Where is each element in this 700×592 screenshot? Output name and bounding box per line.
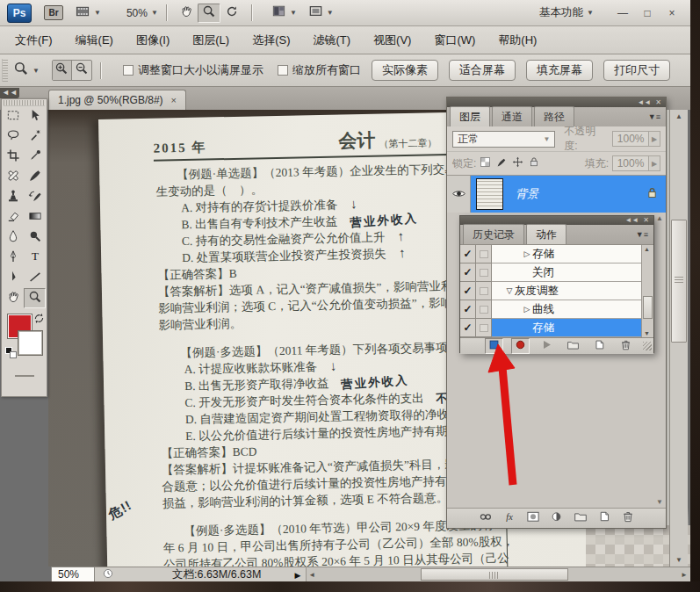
close-button[interactable]: ×: [666, 7, 678, 19]
layer-thumbnail[interactable]: [476, 178, 503, 210]
action-dialog-toggle[interactable]: [476, 300, 492, 319]
close-panel-icon[interactable]: ✕: [655, 98, 661, 107]
lock-position-icon[interactable]: [512, 155, 523, 171]
layers-tab[interactable]: 图层: [450, 106, 490, 128]
zoom-tool-button[interactable]: [198, 4, 220, 23]
new-folder-button[interactable]: [564, 338, 582, 354]
default-colors-icon[interactable]: [5, 347, 17, 358]
layers-tab[interactable]: 通道: [492, 106, 532, 128]
horizontal-scrollbar[interactable]: ◄ ►: [306, 567, 690, 582]
options-grip[interactable]: [2, 59, 8, 82]
actions-tab[interactable]: 动作: [526, 224, 566, 246]
new-action-button[interactable]: [590, 338, 609, 354]
tool-hand[interactable]: [2, 288, 24, 308]
tool-rectangular-marquee[interactable]: [2, 106, 24, 126]
resize-grip[interactable]: [643, 342, 652, 350]
rotate-view-button[interactable]: [220, 4, 243, 23]
status-expand-icon[interactable]: ▶: [294, 571, 300, 580]
menu-w[interactable]: 窗口(W): [422, 27, 487, 54]
panel-menu-icon[interactable]: ▼≡: [636, 230, 648, 239]
blend-mode-select[interactable]: 正常 ▼: [452, 131, 555, 148]
tool-history-brush[interactable]: [24, 187, 46, 207]
action-row[interactable]: ✓▷曲线: [460, 300, 641, 319]
collapse-panel-icon[interactable]: ◄◄: [624, 216, 639, 225]
tool-spot-healing-brush[interactable]: [2, 167, 24, 187]
tool-move[interactable]: [24, 106, 46, 126]
tool-blur[interactable]: [2, 227, 24, 248]
zoom-all-windows-checkbox[interactable]: 缩放所有窗口: [278, 62, 361, 78]
action-dialog-toggle[interactable]: [476, 264, 492, 282]
menu-l[interactable]: 图层(L): [181, 27, 241, 54]
scroll-up-icon[interactable]: ▲: [644, 246, 650, 252]
action-enabled-checkbox[interactable]: ✓: [460, 264, 476, 282]
options-button-0[interactable]: 实际像素: [372, 60, 438, 81]
tool-eraser[interactable]: [2, 207, 24, 227]
scroll-up-icon[interactable]: ▲: [670, 110, 688, 123]
screen-mode-button[interactable]: ▼: [308, 4, 334, 21]
action-item[interactable]: 存储: [492, 319, 641, 337]
action-dialog-toggle[interactable]: [476, 282, 492, 300]
tool-lasso[interactable]: [2, 126, 24, 147]
action-item[interactable]: ▷曲线: [492, 300, 641, 319]
zoom-level-dropdown[interactable]: 50% ▼: [112, 7, 158, 19]
collapse-panels-button[interactable]: ◄◄: [0, 88, 19, 98]
scrollbar-thumb[interactable]: [643, 296, 653, 319]
action-row[interactable]: ✓关闭: [460, 264, 641, 282]
tool-brush[interactable]: [24, 167, 46, 187]
action-item[interactable]: ▷存储: [492, 245, 641, 264]
expander-closed-icon[interactable]: ▷: [522, 249, 532, 258]
fill-value[interactable]: 100%: [612, 155, 649, 171]
bridge-button[interactable]: Br: [44, 5, 63, 20]
minimize-button[interactable]: —: [617, 7, 629, 19]
fx-icon[interactable]: fx: [502, 509, 516, 527]
play-button[interactable]: [538, 338, 556, 354]
vertical-scrollbar[interactable]: ▲ ▼: [669, 110, 688, 567]
tools-panel-grip[interactable]: [4, 100, 45, 106]
menu-s[interactable]: 选择(S): [241, 27, 301, 54]
actions-scrollbar[interactable]: ▲ ▼: [641, 245, 653, 337]
tool-path-selection[interactable]: [2, 268, 24, 288]
link-icon[interactable]: [479, 509, 493, 527]
trash-icon[interactable]: [621, 509, 635, 527]
resize-windows-checkbox[interactable]: 调整窗口大小以满屏显示: [123, 62, 263, 78]
action-dialog-toggle[interactable]: [476, 245, 492, 264]
scrollbar-thumb[interactable]: [421, 568, 568, 581]
zoom-out-mode-button[interactable]: [72, 61, 91, 80]
lock-transparency-icon[interactable]: [480, 155, 491, 171]
opacity-value[interactable]: 100%: [612, 131, 649, 147]
menu-h[interactable]: 帮助(H): [487, 27, 548, 54]
status-zoom-input[interactable]: 50%: [51, 567, 95, 582]
action-enabled-checkbox[interactable]: ✓: [460, 300, 476, 319]
arrange-documents-button[interactable]: ▼: [271, 4, 297, 21]
status-menu-icon[interactable]: [102, 567, 114, 583]
scroll-down-icon[interactable]: ▼: [644, 330, 650, 336]
menu-t[interactable]: 滤镜(T): [301, 27, 362, 54]
view-extras-button[interactable]: ▼: [75, 4, 101, 22]
tool-eyedropper[interactable]: [24, 147, 46, 167]
mask-icon[interactable]: [526, 509, 540, 527]
panel-menu-icon[interactable]: ▼≡: [648, 112, 660, 121]
lock-all-icon[interactable]: [529, 155, 539, 171]
maximize-button[interactable]: □: [641, 7, 653, 19]
menu-f[interactable]: 文件(F): [4, 27, 64, 54]
tool-zoom[interactable]: [24, 288, 46, 308]
options-button-2[interactable]: 填充屏幕: [526, 60, 593, 81]
scroll-right-icon[interactable]: ►: [681, 571, 688, 579]
action-row[interactable]: ✓▽灰度调整: [460, 282, 641, 300]
background-color-swatch[interactable]: [18, 331, 42, 355]
background-layer-row[interactable]: 背景: [447, 176, 666, 213]
action-row[interactable]: ✓存储: [460, 319, 641, 337]
action-row[interactable]: ✓▷存储: [460, 245, 641, 264]
tool-magic-wand[interactable]: [24, 126, 46, 147]
folder-icon[interactable]: [574, 509, 588, 527]
scroll-up-icon[interactable]: ▲: [656, 214, 663, 222]
action-dialog-toggle[interactable]: [476, 319, 492, 337]
expander-closed-icon[interactable]: ▷: [522, 305, 532, 314]
action-enabled-checkbox[interactable]: ✓: [460, 319, 476, 337]
tool-clone-stamp[interactable]: [2, 187, 24, 207]
actions-tab[interactable]: 历史记录: [463, 224, 524, 246]
menu-e[interactable]: 编辑(E): [64, 27, 125, 54]
action-enabled-checkbox[interactable]: ✓: [460, 282, 476, 300]
scroll-left-icon[interactable]: ◄: [308, 571, 315, 579]
options-button-1[interactable]: 适合屏幕: [449, 60, 516, 81]
